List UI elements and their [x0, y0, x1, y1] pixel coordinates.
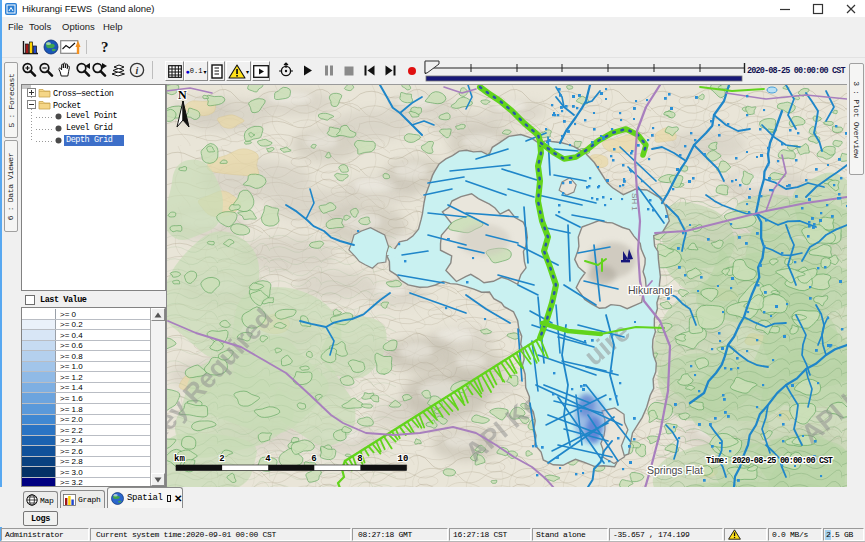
svg-text:km: km	[174, 454, 185, 464]
svg-text:4: 4	[265, 454, 271, 464]
svg-text:10: 10	[398, 454, 409, 464]
svg-text:8: 8	[357, 454, 362, 464]
svg-text:6: 6	[311, 454, 316, 464]
svg-text:Springs Flat: Springs Flat	[647, 464, 703, 476]
svg-text:2: 2	[219, 454, 224, 464]
svg-text:SH 1: SH 1	[630, 193, 639, 211]
svg-text:Time: 2020-08-25 00:00:00 CST: Time: 2020-08-25 00:00:00 CST	[706, 456, 833, 466]
svg-text:i: i	[136, 65, 139, 76]
svg-text:Hikurangi: Hikurangi	[628, 284, 672, 296]
svg-text:N: N	[178, 88, 187, 102]
